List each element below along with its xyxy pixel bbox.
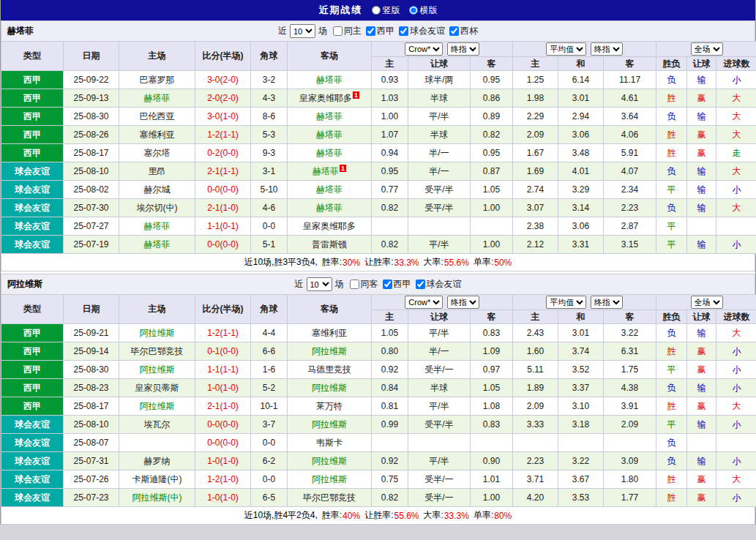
recent-count-select[interactable]: 10	[290, 24, 315, 38]
team-link[interactable]: 赫塔菲	[144, 221, 171, 231]
fullmatch-select[interactable]: 全场	[691, 296, 723, 309]
filter-option-1-1[interactable]: 西甲	[383, 278, 411, 290]
home-team-cell[interactable]: 皇家贝蒂斯	[119, 379, 195, 397]
team-link[interactable]: 赫塔菲	[316, 184, 343, 195]
away-team-cell[interactable]: 赫塔菲	[288, 144, 372, 162]
filter-checkbox[interactable]	[350, 280, 359, 289]
away-team-cell[interactable]: 莱万特	[288, 397, 372, 416]
layout-option-horizontal[interactable]: 横版	[409, 4, 438, 17]
fullmatch-select[interactable]: 全场	[691, 42, 723, 56]
home-team-cell[interactable]: 毕尔巴鄂竞技	[119, 342, 195, 361]
away-team-cell[interactable]: 阿拉维斯	[288, 452, 372, 470]
horizontal-layout-radio[interactable]	[409, 6, 418, 15]
home-team-cell[interactable]: 埃尔切(中)	[119, 199, 195, 217]
avg-stage-select[interactable]: 终指	[591, 296, 623, 309]
team-link[interactable]: 埃尔切(中)	[137, 203, 178, 213]
team-link[interactable]: 赫塔菲	[144, 239, 171, 250]
team-link[interactable]: 塞维利亚	[312, 328, 347, 338]
team-link[interactable]: 阿拉维斯	[312, 456, 347, 466]
team-link[interactable]: 阿拉维斯	[140, 328, 175, 338]
odds-company-select[interactable]: Crow*	[405, 42, 443, 56]
team-link[interactable]: 赫塔菲	[316, 75, 343, 85]
team-link[interactable]: 巴伦西亚	[140, 111, 175, 121]
filter-checkbox[interactable]	[366, 26, 375, 36]
team-link[interactable]: 阿拉维斯	[140, 401, 175, 411]
home-team-cell[interactable]: 埃瓦尔	[119, 416, 195, 434]
team-link[interactable]: 赫罗纳	[144, 456, 171, 466]
filter-checkbox[interactable]	[449, 26, 459, 36]
team-link[interactable]: 马德里竞技	[307, 364, 351, 375]
team-link[interactable]: 赫尔城	[144, 184, 171, 195]
away-team-cell[interactable]: 赫塔菲	[288, 199, 372, 217]
home-team-cell[interactable]: 阿拉维斯	[119, 361, 195, 379]
filter-checkbox[interactable]	[333, 26, 343, 36]
team-link[interactable]: 皇家贝蒂斯	[135, 383, 179, 393]
home-team-cell[interactable]: 赫尔城	[119, 181, 195, 199]
team-link[interactable]: 阿拉维斯	[140, 364, 175, 375]
away-team-cell[interactable]: 阿拉维斯	[288, 416, 372, 434]
odds-stage-select[interactable]: 终指	[447, 296, 479, 309]
odds-stage-select[interactable]: 终指	[447, 42, 479, 56]
away-team-cell[interactable]: 阿拉维斯	[288, 470, 372, 489]
team-link[interactable]: 赫塔菲	[316, 148, 343, 158]
team-link[interactable]: 赫塔菲	[316, 111, 343, 121]
away-team-cell[interactable]: 赫塔菲1	[288, 162, 372, 181]
team-link[interactable]: 阿拉维斯(中)	[132, 492, 182, 503]
home-team-cell[interactable]: 赫塔菲	[119, 217, 195, 236]
away-team-cell[interactable]: 阿拉维斯	[288, 342, 372, 361]
team-link[interactable]: 皇家奥维耶多	[299, 93, 352, 103]
team-link[interactable]: 里昂	[149, 166, 166, 176]
home-team-cell[interactable]: 赫塔菲	[119, 89, 195, 108]
avg-type-select[interactable]: 平均值	[546, 42, 586, 56]
filter-option-1-2[interactable]: 球会友谊	[416, 278, 462, 290]
odds-company-select[interactable]: Crow*	[405, 296, 443, 309]
team-link[interactable]: 埃瓦尔	[144, 419, 171, 430]
team-link[interactable]: 塞维利亚	[140, 130, 175, 140]
vertical-layout-radio[interactable]	[372, 6, 381, 15]
away-team-cell[interactable]: 马德里竞技	[288, 361, 372, 379]
team-link[interactable]: 巴塞罗那	[140, 75, 175, 85]
home-team-cell[interactable]: 里昂	[119, 162, 195, 181]
team-link[interactable]: 莱万特	[316, 401, 343, 411]
avg-stage-select[interactable]: 终指	[591, 42, 623, 56]
team-link[interactable]: 阿拉维斯	[312, 346, 347, 356]
away-team-cell[interactable]: 塞维利亚	[288, 324, 372, 342]
team-link[interactable]: 阿拉维斯	[312, 419, 347, 430]
away-team-cell[interactable]: 普雷斯顿	[288, 236, 372, 254]
filter-checkbox[interactable]	[383, 280, 392, 289]
recent-count-select[interactable]: 10	[307, 277, 332, 291]
team-link[interactable]: 卡斯迪隆(中)	[132, 474, 182, 484]
team-link[interactable]: 阿拉维斯	[312, 383, 347, 393]
filter-option-0-3[interactable]: 西杯	[449, 25, 478, 37]
home-team-cell[interactable]: 阿拉维斯	[119, 324, 195, 342]
away-team-cell[interactable]: 赫塔菲	[288, 181, 372, 199]
home-team-cell[interactable]: 赫塔菲	[119, 236, 195, 254]
away-team-cell[interactable]: 阿拉维斯	[288, 379, 372, 397]
team-link[interactable]: 赫塔菲	[312, 166, 339, 176]
home-team-cell[interactable]: 巴塞罗那	[119, 71, 195, 89]
home-team-cell[interactable]: 卡斯迪隆(中)	[119, 470, 195, 489]
away-team-cell[interactable]: 皇家奥维耶多1	[288, 89, 372, 108]
team-link[interactable]: 塞尔塔	[144, 148, 171, 158]
filter-option-0-1[interactable]: 西甲	[366, 25, 394, 37]
filter-option-0-2[interactable]: 球会友谊	[399, 25, 445, 37]
filter-checkbox[interactable]	[399, 26, 408, 36]
filter-option-0-0[interactable]: 同主	[333, 25, 362, 37]
home-team-cell[interactable]: 塞维利亚	[119, 126, 195, 144]
team-link[interactable]: 赫塔菲	[316, 203, 343, 213]
home-team-cell[interactable]: 阿拉维斯(中)	[119, 489, 195, 507]
away-team-cell[interactable]: 皇家奥维耶多	[288, 217, 372, 236]
avg-type-select[interactable]: 平均值	[546, 296, 586, 309]
away-team-cell[interactable]: 毕尔巴鄂竞技	[288, 489, 372, 507]
home-team-cell[interactable]	[119, 434, 195, 452]
filter-checkbox[interactable]	[416, 280, 425, 289]
team-link[interactable]: 韦斯卡	[316, 438, 343, 448]
home-team-cell[interactable]: 塞尔塔	[119, 144, 195, 162]
away-team-cell[interactable]: 赫塔菲	[288, 108, 372, 126]
team-link[interactable]: 皇家奥维耶多	[303, 221, 356, 231]
team-link[interactable]: 毕尔巴鄂竞技	[131, 346, 184, 356]
away-team-cell[interactable]: 赫塔菲	[288, 71, 372, 89]
team-link[interactable]: 毕尔巴鄂竞技	[303, 492, 356, 503]
layout-option-vertical[interactable]: 竖版	[372, 4, 400, 17]
home-team-cell[interactable]: 巴伦西亚	[119, 108, 195, 126]
